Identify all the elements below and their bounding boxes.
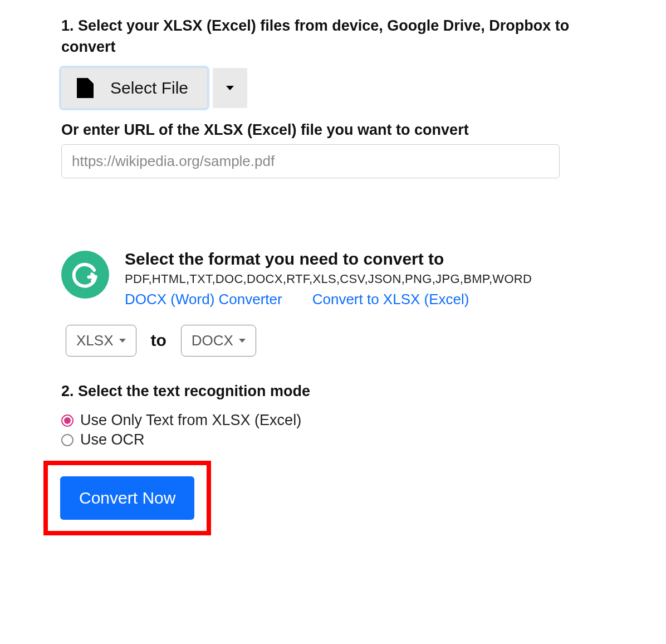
convert-highlight-box: Convert Now [43,461,211,535]
step2-heading: 2. Select the text recognition mode [61,381,605,402]
url-label: Or enter URL of the XLSX (Excel) file yo… [61,121,605,139]
file-source-dropdown[interactable] [213,68,247,108]
radio-option-ocr[interactable]: Use OCR [61,431,605,448]
convert-now-button[interactable]: Convert Now [60,476,194,520]
radio-label: Use OCR [80,431,145,448]
select-file-label: Select File [110,79,188,97]
radio-option-text-only[interactable]: Use Only Text from XLSX (Excel) [61,412,605,429]
grammarly-icon [61,251,109,299]
url-input[interactable] [61,144,560,178]
to-format-select[interactable]: DOCX [181,325,256,357]
chevron-down-icon [226,86,234,90]
docx-converter-link[interactable]: DOCX (Word) Converter [125,291,282,308]
radio-icon [61,434,74,446]
chevron-down-icon [239,339,246,343]
text-recognition-group: Use Only Text from XLSX (Excel) Use OCR [61,412,605,448]
chevron-down-icon [119,339,126,343]
from-format-value: XLSX [76,332,114,349]
format-conversion-row: XLSX to DOCX [66,325,605,357]
convert-to-xlsx-link[interactable]: Convert to XLSX (Excel) [312,291,469,308]
file-select-row: Select File [61,68,605,108]
format-section: Select the format you need to convert to… [61,250,605,308]
step1-heading: 1. Select your XLSX (Excel) files from d… [61,16,605,58]
to-label: to [151,331,166,350]
format-title: Select the format you need to convert to [125,250,605,269]
radio-icon [61,414,74,427]
select-file-button[interactable]: Select File [61,68,207,108]
radio-label: Use Only Text from XLSX (Excel) [80,412,301,429]
format-list: PDF,HTML,TXT,DOC,DOCX,RTF,XLS,CSV,JSON,P… [125,272,605,286]
to-format-value: DOCX [192,332,233,349]
file-icon [77,78,94,98]
from-format-select[interactable]: XLSX [66,325,136,357]
